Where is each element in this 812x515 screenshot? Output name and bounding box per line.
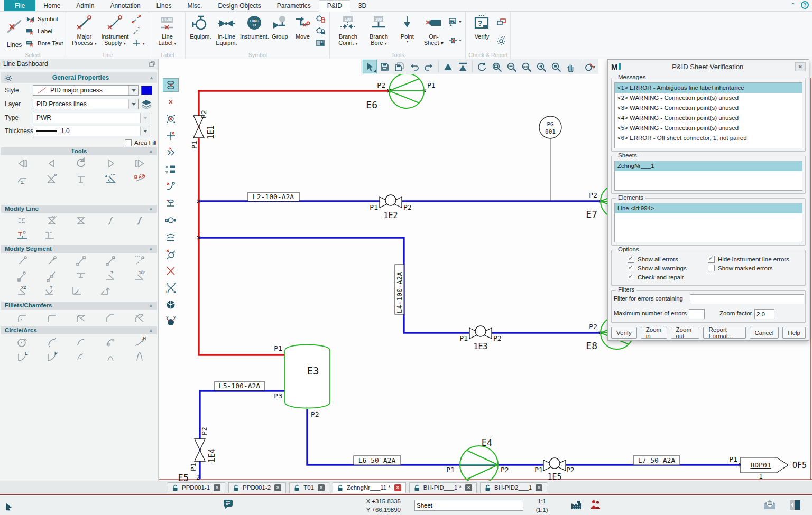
close-sheet-icon[interactable]: ✕ [274, 484, 281, 491]
collapse-panel-icon[interactable] [789, 499, 801, 513]
zoom-scale-button[interactable] [549, 60, 563, 73]
layer-combo[interactable]: PID Process lines [33, 99, 139, 109]
tab-home[interactable]: Home [35, 0, 68, 11]
line-label-l2[interactable]: L2-100-A2A [248, 192, 299, 201]
symbol-select-button[interactable]: Symbol [26, 14, 63, 24]
zoom-limits-button[interactable] [456, 60, 470, 73]
elements-list[interactable]: Line <id:994> [614, 203, 802, 242]
delete-element-button[interactable] [163, 264, 179, 278]
show-all-errors-checkbox[interactable] [628, 256, 634, 263]
world-view-button[interactable] [163, 298, 179, 312]
fillet-icon[interactable] [45, 312, 59, 325]
pan-button[interactable] [564, 60, 578, 73]
undo-button[interactable] [407, 60, 421, 73]
sheet-tab[interactable]: PPD001-1 ✕ [168, 482, 225, 493]
modify-line-extend-icon[interactable] [16, 214, 29, 228]
close-icon[interactable]: ✕ [795, 62, 806, 71]
message-log-icon[interactable] [222, 498, 235, 512]
zoom-out-button[interactable] [504, 60, 519, 73]
arc-e-icon[interactable]: E [16, 351, 29, 364]
arc-center-icon[interactable] [75, 351, 88, 364]
move-button[interactable]: Move [291, 13, 314, 40]
tools-section-header[interactable]: Tools▲ [1, 147, 157, 155]
line-label-l7[interactable]: L7-50-A2A [633, 456, 680, 465]
show-all-warnings-checkbox[interactable] [628, 265, 634, 271]
cancel-button[interactable]: Cancel [750, 327, 779, 339]
modify-line-header[interactable]: Modify Line▲ [1, 205, 157, 213]
pump-e4[interactable] [460, 446, 498, 481]
valve-1e4[interactable] [195, 439, 205, 461]
tool-angle-add-icon[interactable] [104, 173, 117, 186]
segment-insert-node-icon[interactable] [16, 269, 29, 283]
sheet-tab[interactable]: BH-PID___1 * ✕ [409, 482, 477, 493]
replace-symbol-button[interactable] [163, 112, 179, 126]
arch-pointed-icon[interactable] [133, 351, 146, 364]
symbol-lock-1-button[interactable] [316, 14, 325, 24]
plant-module-icon[interactable] [570, 499, 583, 513]
instrument-bubble-pg001[interactable]: PG 001 [539, 116, 561, 138]
sheet-tab[interactable]: T01 ✕ [289, 482, 329, 493]
ucs-button[interactable]: XY [163, 315, 179, 329]
valve-1e5[interactable] [543, 458, 566, 471]
message-row[interactable]: <1> ERROR - Ambiguous line label inherit… [615, 83, 802, 93]
line-label-l5[interactable]: L5-100-A2A [215, 381, 264, 390]
lines-select-button[interactable]: Lines [3, 13, 26, 51]
show-marked-errors-checkbox[interactable] [708, 265, 715, 271]
arc-tangent-icon[interactable] [104, 336, 117, 349]
tab-parametrics[interactable]: Parametrics [269, 0, 319, 11]
segment-corner-angle-icon[interactable] [98, 284, 112, 297]
instrument-button[interactable]: FUNCID Instrument. [240, 13, 269, 40]
element-row[interactable]: Line <id:994> [615, 203, 802, 213]
segment-angle-query-icon[interactable]: ? [104, 269, 117, 283]
modify-line-dim-icon[interactable] [43, 229, 57, 242]
filter-errors-input[interactable] [690, 294, 804, 304]
thickness-combo[interactable]: 1.0 [33, 126, 150, 136]
redraw-button[interactable] [475, 60, 489, 73]
zoom-named-button[interactable]: NAME [519, 60, 533, 73]
close-sheet-icon[interactable]: ✕ [394, 484, 401, 491]
loop-snap-button[interactable] [163, 247, 179, 261]
modify-line-spline-thin-icon[interactable] [104, 214, 117, 228]
segment-move-node-icon[interactable] [104, 255, 117, 268]
modify-line-trim-icon[interactable] [75, 214, 88, 228]
tab-lines[interactable]: Lines [149, 0, 180, 11]
tab-3d[interactable]: 3D [350, 0, 374, 11]
tool-sketch-icon[interactable] [45, 173, 59, 186]
sheet-tab[interactable]: PPD001-2 ✕ [228, 482, 286, 493]
segment-split-icon[interactable] [45, 269, 59, 283]
segment-query2-icon[interactable]: ? [43, 284, 57, 297]
modify-line-spline-icon[interactable] [133, 214, 146, 228]
close-sheet-icon[interactable]: ✕ [465, 484, 472, 491]
go-last-icon[interactable] [133, 157, 146, 170]
type-combo[interactable]: PWR [33, 113, 150, 123]
collaboration-users-icon[interactable] [589, 499, 602, 513]
tool-corner-1-icon[interactable]: 1. [16, 173, 29, 186]
help-button[interactable]: Help [782, 327, 806, 339]
general-properties-header[interactable]: General Properties ▲ [1, 72, 157, 83]
group-button[interactable]: Group [269, 13, 291, 40]
line-style-dotted-button[interactable] [132, 26, 144, 36]
message-row[interactable]: <5> WARNING - Connection point(s) unused [615, 123, 802, 133]
close-sheet-icon[interactable]: ✕ [536, 484, 542, 491]
arc-p-icon[interactable]: P [45, 351, 59, 364]
tool-points-line-icon[interactable] [133, 173, 146, 186]
modify-segment-header[interactable]: Modify Segment▲ [1, 245, 157, 253]
style-combo[interactable]: PID major process [33, 85, 139, 96]
zoom-previous-button[interactable] [534, 60, 548, 73]
sheet-tab-active[interactable]: ZchngNr___11 * ✕ [333, 482, 406, 493]
segment-move-arrow-icon[interactable] [45, 255, 59, 268]
segment-align-icon[interactable] [75, 269, 88, 283]
line-color-swatch[interactable] [141, 86, 152, 95]
arc-h-icon[interactable]: H [133, 336, 146, 349]
modify-line-dim-red-icon[interactable] [16, 229, 29, 242]
bend-line-button[interactable] [163, 180, 179, 193]
valve-1e1[interactable] [193, 116, 204, 138]
hide-instrument-line-errors-checkbox[interactable] [708, 256, 715, 263]
go-first-icon[interactable] [16, 157, 29, 170]
chamfer-trim-icon[interactable] [133, 312, 146, 325]
scale-xy-button[interactable]: XYRA [163, 281, 179, 295]
zoom-out-button[interactable]: Zoom out [671, 327, 700, 339]
help-icon[interactable]: ? [801, 1, 809, 9]
line-label-l6[interactable]: L6-50-A2A [354, 456, 401, 465]
valve-1e3[interactable] [469, 326, 492, 339]
